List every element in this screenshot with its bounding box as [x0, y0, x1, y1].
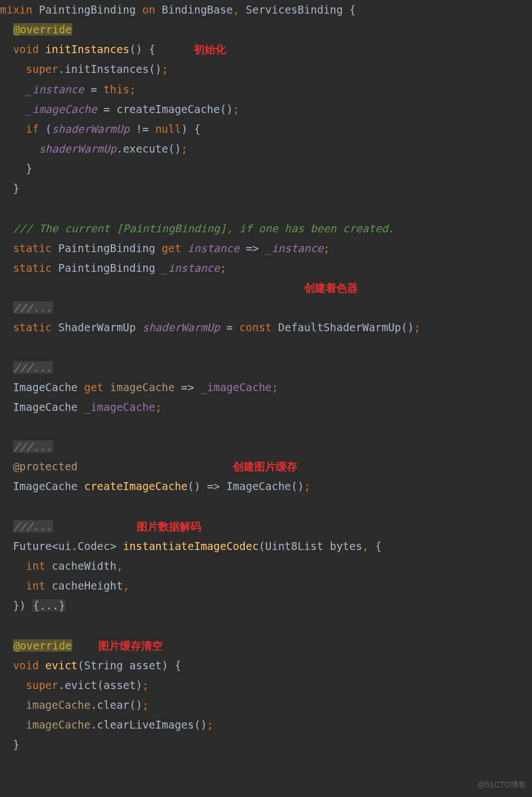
anno-override: @override — [13, 23, 72, 36]
kw-super2: super — [26, 679, 58, 691]
type-swu: ShaderWarmUp — [58, 321, 136, 333]
type-ic3: ImageCache — [13, 480, 77, 492]
call-evict: evict — [64, 679, 97, 691]
note-shader: 创建着色器 — [304, 281, 358, 294]
kw-const: const — [239, 321, 271, 333]
ellipsis3: ///... — [13, 440, 53, 453]
kw-null: null — [155, 123, 181, 135]
call-clear: clear — [97, 699, 129, 711]
field-imagecache: _imageCache — [26, 103, 97, 115]
kw-void2: void — [13, 659, 39, 672]
field-shader2: shaderWarmUp — [39, 142, 116, 155]
type-pb: PaintingBinding — [58, 242, 155, 254]
kw-static2: static — [13, 262, 52, 274]
type-future: Future<ui.Codec> — [13, 540, 116, 552]
kw-void: void — [13, 43, 39, 55]
watermark: @51CTO博客 — [477, 778, 526, 792]
field-instance: _instance — [26, 83, 84, 96]
class-name: PaintingBinding — [39, 3, 136, 16]
method-cic: createImageCache — [84, 480, 188, 492]
anno-override2: @override — [13, 639, 72, 652]
base2: ServicesBinding — [246, 3, 343, 16]
note-decode: 图片数据解码 — [137, 520, 201, 532]
param-cw: cacheWidth — [52, 560, 116, 572]
arg-asset: asset — [103, 679, 136, 691]
call-init: initInstances — [64, 63, 149, 75]
anno-protected: @protected — [13, 460, 77, 473]
doc-comment: /// The current [PaintingBinding], if on… — [13, 222, 395, 235]
field-swu: shaderWarmUp — [142, 321, 220, 333]
type-ic: ImageCache — [13, 381, 77, 393]
kw-get2: get — [84, 381, 103, 393]
type-int1: int — [26, 560, 45, 572]
kw-on: on — [142, 3, 155, 16]
base1: BindingBase — [162, 3, 233, 16]
kw-if: if — [26, 123, 39, 135]
ctor-dswu: DefaultShaderWarmUp — [278, 321, 401, 333]
method-evict: evict — [45, 659, 77, 672]
field-inst: _instance — [162, 262, 220, 274]
ret-ic: _imageCache — [201, 381, 272, 393]
method-iic: instantiateImageCodec — [123, 540, 258, 552]
note-init: 初始化 — [194, 43, 226, 55]
kw-mixin: mixin — [0, 3, 32, 16]
kw-get: get — [162, 242, 181, 254]
call-create: createImageCache — [116, 103, 220, 115]
note-clear: 图片缓存清空 — [98, 639, 163, 652]
type-int2: int — [26, 579, 45, 592]
ctor-ic: ImageCache — [226, 480, 291, 492]
call-clearlive: clearLiveImages — [97, 718, 194, 731]
kw-super: super — [26, 63, 58, 75]
ellipsis4: ///... — [13, 520, 53, 532]
method-init: initInstances — [45, 43, 129, 55]
note-create: 创建图片缓存 — [233, 460, 297, 473]
getter-ret: _instance — [265, 242, 323, 254]
ellipsis2: ///... — [13, 361, 53, 374]
kw-this: this — [103, 83, 129, 96]
call-exec: execute — [123, 142, 168, 155]
ellipsis1: ///... — [13, 301, 53, 314]
getter-name: instance — [188, 242, 240, 254]
param-bytes: Uint8List bytes — [265, 540, 362, 552]
param-asset: String asset — [84, 659, 162, 672]
fold-body[interactable]: {...} — [32, 599, 66, 612]
type-pb2: PaintingBinding — [58, 262, 155, 274]
kw-static3: static — [13, 321, 52, 333]
kw-static: static — [13, 242, 52, 254]
field-ic2: _imageCache — [84, 401, 155, 413]
type-ic2: ImageCache — [13, 401, 77, 413]
code-block: mixin PaintingBinding on BindingBase, Se… — [0, 0, 532, 757]
field-shader: shaderWarmUp — [52, 123, 129, 135]
getter-ic: imageCache — [110, 381, 175, 393]
param-ch: cacheHeight — [52, 579, 123, 592]
imagecache-ref2: imageCache — [26, 718, 90, 731]
imagecache-ref: imageCache — [26, 699, 90, 711]
